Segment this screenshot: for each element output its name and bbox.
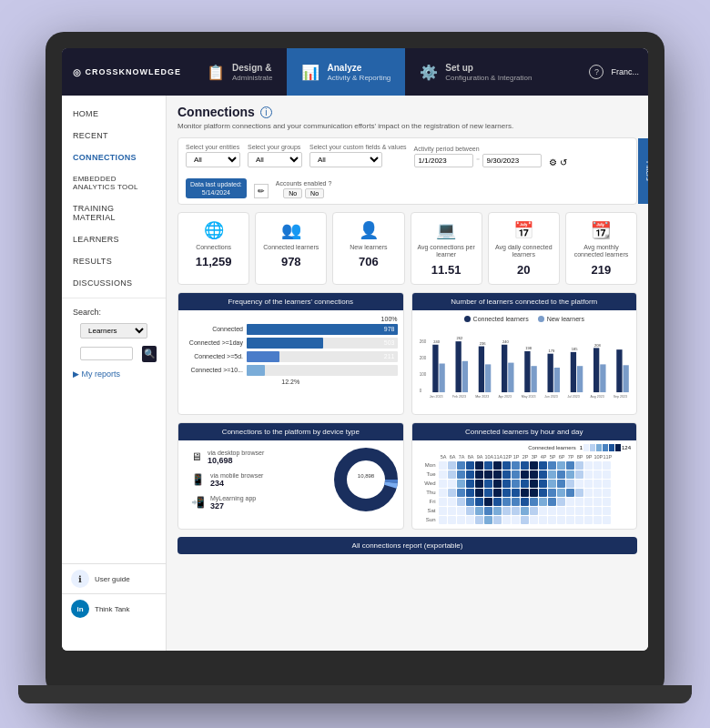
custom-select[interactable]: All: [309, 152, 382, 167]
nav-right: ? Franc...: [580, 48, 648, 96]
date-to-input[interactable]: [482, 154, 542, 167]
x-label-10a: 10A: [485, 454, 493, 460]
entities-label: Select your entities: [186, 144, 240, 150]
all-connections-label: All connections report (exportable): [352, 541, 463, 550]
svg-text:10,898: 10,898: [357, 473, 374, 479]
heatmap-title: Connected learners by hour and day: [412, 423, 637, 440]
freq-bottom-pct: 12.2%: [184, 379, 398, 385]
laptop-screen: ◎ CrossKnowledge 📋 Design & Administrate…: [62, 48, 648, 651]
heatmap-label-thu: Thu: [418, 490, 436, 495]
sidebar-item-home[interactable]: HOME: [62, 103, 166, 125]
svg-text:262: 262: [456, 336, 463, 340]
svg-rect-20: [616, 349, 622, 392]
think-tank-button[interactable]: in Think Tank: [62, 593, 166, 623]
svg-text:100: 100: [419, 372, 426, 377]
charts-row-2: Connections to the platform by device ty…: [178, 422, 637, 530]
filter-icon[interactable]: ⚙: [549, 157, 557, 167]
svg-text:Apr 2023: Apr 2023: [498, 395, 512, 399]
svg-text:200: 200: [419, 356, 426, 360]
user-guide-label: User guide: [95, 575, 130, 583]
x-label-6p: 6P: [558, 454, 566, 460]
sidebar-item-connections[interactable]: CONNECTIONS: [62, 147, 166, 168]
kpi-row: 🌐 Connections 11,259 👥 Connected learner…: [178, 212, 637, 285]
edit-icon[interactable]: ✏: [254, 184, 269, 198]
device-chart-body: 🖥 via desktop browser 10,698 📱: [178, 440, 403, 520]
connected-chart: Number of learners connected to the plat…: [411, 292, 638, 415]
search-dropdown[interactable]: Learners: [80, 323, 147, 339]
sidebar-item-training[interactable]: TRAINING MATERIAL: [62, 197, 166, 228]
nav-setup-label: Set up: [445, 63, 532, 74]
device-desktop: 🖥 via desktop browser 10,698: [184, 446, 334, 469]
yes-button[interactable]: No: [283, 188, 302, 198]
search-input[interactable]: [80, 347, 133, 360]
date-from-input[interactable]: [414, 154, 473, 167]
x-label-5a: 5A: [440, 454, 448, 460]
device-chart: Connections to the platform by device ty…: [178, 422, 404, 530]
page-title: Connections: [178, 105, 255, 119]
kpi-connections-value: 11,259: [196, 255, 232, 268]
brand-logo: ◎ CrossKnowledge: [62, 48, 192, 96]
heatmap-cell: [439, 461, 447, 470]
x-label-8p: 8P: [576, 454, 584, 460]
heatmap-max: 124: [622, 445, 631, 450]
svg-point-42: [348, 461, 384, 498]
sidebar-item-results[interactable]: RESULTS: [62, 250, 166, 272]
svg-rect-12: [524, 351, 530, 392]
nav-setup[interactable]: ⚙️ Set up Configuration & Integration: [405, 48, 546, 96]
svg-text:Jul 2023: Jul 2023: [567, 395, 580, 399]
app-icon: 📲: [191, 496, 205, 509]
sidebar-item-discussions[interactable]: DISCUSSIONS: [62, 272, 166, 294]
sidebar-item-embedded[interactable]: EMBEDDED ANALYTICS TOOL: [62, 168, 166, 197]
help-icon[interactable]: ?: [589, 65, 604, 79]
freq-bar-5d: Connected >=5d. 211: [184, 351, 398, 362]
kpi-daily-label: Avg daily connected learners: [494, 244, 553, 259]
mobile-info: via mobile browser 234: [210, 472, 263, 488]
kpi-new-value: 706: [359, 255, 379, 268]
freq-bar-10d: Connected >=10... 119: [184, 365, 398, 376]
svg-text:208: 208: [593, 342, 601, 347]
svg-text:260: 260: [419, 339, 426, 344]
top-navigation: ◎ CrossKnowledge 📋 Design & Administrate…: [62, 48, 648, 96]
svg-text:179: 179: [548, 349, 555, 353]
groups-select[interactable]: All: [248, 152, 302, 167]
freq-val-1day: 503: [384, 338, 395, 349]
sidebar-item-learners[interactable]: LEARNERS: [62, 228, 166, 250]
entities-select[interactable]: All: [186, 152, 240, 167]
svg-text:Jun 2023: Jun 2023: [543, 395, 557, 399]
page-info-icon[interactable]: i: [260, 106, 272, 118]
no-button[interactable]: No: [305, 188, 324, 198]
freq-bar-fill-connected: 978: [247, 324, 398, 335]
all-connections-bar[interactable]: All connections report (exportable): [178, 537, 637, 554]
brand-icon: ◎: [73, 67, 82, 77]
reset-icon[interactable]: ↺: [560, 157, 567, 167]
desktop-label: via desktop browser: [208, 450, 264, 456]
date-separator: ⁻: [476, 157, 480, 165]
kpi-connections: 🌐 Connections 11,259: [178, 212, 249, 285]
kpi-daily: 📅 Avg daily connected learners 20: [488, 212, 560, 285]
my-reports-link[interactable]: ▶ My reports: [62, 365, 166, 383]
analyze-icon: 📊: [301, 64, 320, 81]
nav-design[interactable]: 📋 Design & Administrate: [192, 48, 287, 96]
x-label-3p: 3P: [531, 454, 539, 460]
think-tank-label: Think Tank: [95, 605, 130, 613]
desktop-icon: 🖥: [191, 450, 202, 463]
daily-icon: 📅: [513, 220, 533, 240]
svg-text:185: 185: [571, 347, 578, 351]
x-label-7p: 7P: [567, 454, 575, 460]
heatmap-label-tue: Tue: [418, 471, 436, 477]
svg-rect-10: [501, 345, 506, 392]
legend-cell-2: [590, 444, 595, 451]
heatmap-legend-label: Connected learners: [528, 445, 575, 450]
kpi-monthly-value: 219: [592, 263, 612, 277]
search-button[interactable]: 🔍: [142, 346, 157, 362]
x-label-4p: 4P: [540, 454, 548, 460]
nav-analyze[interactable]: 📊 Analyze Activity & Reporting: [287, 48, 405, 96]
user-guide-button[interactable]: ℹ User guide: [62, 563, 166, 593]
filters-side-button[interactable]: Filters: [638, 138, 648, 204]
svg-rect-8: [478, 346, 483, 392]
kpi-connections-label: Connections: [196, 244, 231, 251]
freq-bar-wrap-1day: 503: [247, 338, 398, 349]
legend-dot-new: [538, 316, 544, 322]
kpi-monthly-label: Avg monthly connected learners: [572, 244, 631, 259]
sidebar-item-recent[interactable]: RECENT: [62, 125, 166, 147]
